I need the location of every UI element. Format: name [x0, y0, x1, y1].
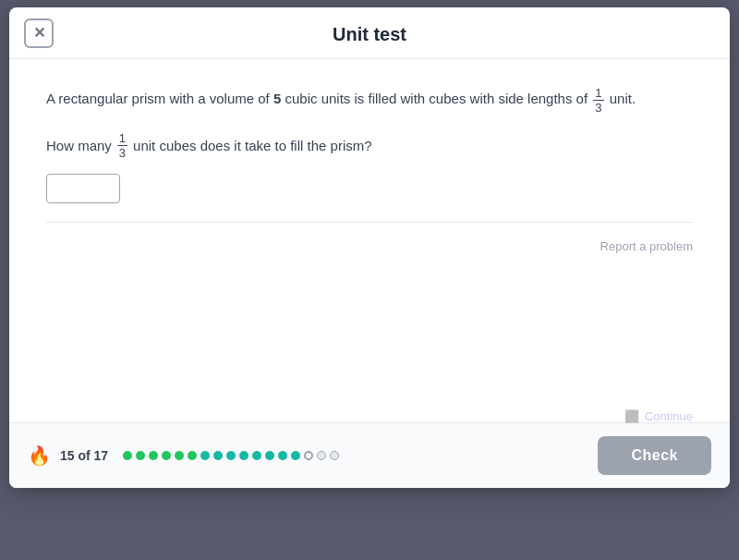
progress-dot-16 — [330, 451, 339, 460]
streak-icon: 🔥 — [28, 444, 51, 467]
question-main: How many 1 3 unit cubes does it take to … — [46, 132, 693, 159]
progress-dot-12 — [278, 451, 287, 460]
progress-dot-14 — [304, 451, 313, 460]
progress-dot-15 — [317, 451, 326, 460]
fraction-side-length: 1 3 — [593, 87, 603, 114]
check-button[interactable]: Check — [598, 436, 711, 475]
progress-dot-2 — [149, 451, 158, 460]
progress-dot-3 — [162, 451, 171, 460]
section-divider — [46, 222, 693, 223]
modal-title: Unit test — [333, 24, 406, 45]
progress-dot-6 — [200, 451, 210, 460]
progress-dot-11 — [265, 451, 274, 460]
modal-body: A rectangular prism with a volume of 5 c… — [9, 59, 730, 422]
progress-dot-10 — [252, 451, 261, 460]
modal-header: ✕ Unit test — [9, 7, 730, 59]
report-problem-button[interactable]: Report a problem — [600, 239, 693, 253]
progress-dot-9 — [239, 451, 248, 460]
progress-dot-5 — [188, 451, 197, 460]
answer-input[interactable] — [46, 174, 120, 203]
report-section: Report a problem — [46, 232, 693, 253]
close-button[interactable]: ✕ — [24, 18, 54, 48]
progress-dot-0 — [123, 451, 132, 460]
modal-footer: 🔥 15 of 17 Check — [9, 422, 730, 488]
progress-dot-8 — [226, 451, 236, 460]
blurred-background-element: ⬛ Continue — [624, 409, 693, 423]
progress-dots — [123, 451, 339, 460]
progress-dot-7 — [213, 451, 223, 460]
question-description: A rectangular prism with a volume of 5 c… — [46, 87, 693, 114]
modal-dialog: ✕ Unit test A rectangular prism with a v… — [9, 7, 730, 488]
progress-section: 🔥 15 of 17 — [28, 444, 339, 467]
progress-label: 15 of 17 — [60, 448, 108, 463]
progress-dot-1 — [136, 451, 145, 460]
modal-overlay: ✕ Unit test A rectangular prism with a v… — [0, 0, 739, 560]
volume-value: 5 — [273, 91, 281, 106]
progress-dot-4 — [175, 451, 184, 460]
fraction-cube-size: 1 3 — [117, 132, 127, 159]
progress-dot-13 — [291, 451, 300, 460]
